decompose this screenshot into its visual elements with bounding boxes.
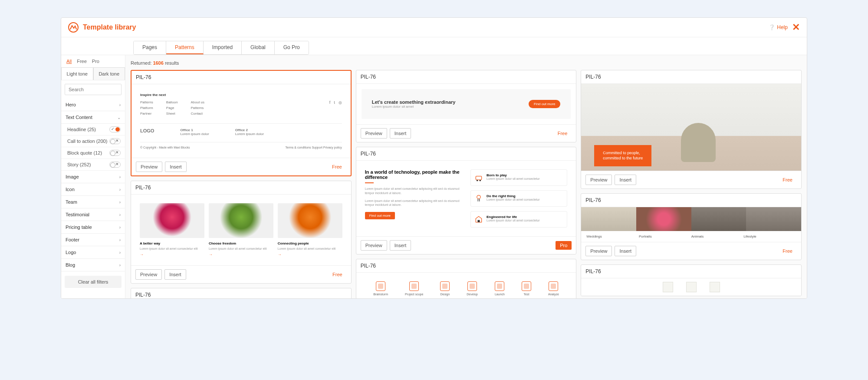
svg-point-4	[477, 195, 480, 199]
modal-header: Template library ❔ Help ✕	[61, 18, 807, 37]
brand-logo-icon	[68, 22, 79, 33]
cat-footer[interactable]: Footer›	[61, 234, 125, 246]
insert-button[interactable]: Insert	[615, 246, 636, 256]
card-preview: Inspire the next PatternsPlatformPartner…	[132, 84, 351, 158]
cat-blog[interactable]: Blog›	[61, 259, 125, 271]
tab-imported[interactable]: Imported	[204, 41, 242, 54]
facebook-icon: f	[329, 100, 331, 117]
tone-light[interactable]: Light tone	[61, 67, 93, 80]
cat-testimonial[interactable]: Testimonial›	[61, 208, 125, 221]
template-card[interactable]: PIL-76 Let's create something extraordin…	[356, 70, 577, 142]
insert-button[interactable]: Insert	[390, 128, 411, 139]
clear-filters-button[interactable]: Clear all filters	[65, 276, 122, 288]
card-title: PIL-76	[131, 181, 351, 195]
template-card[interactable]: PIL-76	[581, 264, 802, 296]
svg-rect-5	[478, 220, 480, 222]
template-card[interactable]: PIL-76 WeddingsPortraitsAnimalsLifestyle…	[581, 193, 802, 260]
cat-image[interactable]: Image›	[61, 171, 125, 183]
svg-point-2	[477, 180, 478, 181]
cat-text-content[interactable]: Text Content⌄	[61, 111, 125, 124]
preview-button[interactable]: Preview	[585, 246, 612, 256]
process-icon	[409, 281, 419, 291]
cat-hero[interactable]: Hero›	[61, 99, 125, 111]
card-preview: Brainstorm Project scope Design Develop …	[356, 273, 576, 298]
insert-button[interactable]: Insert	[390, 240, 411, 251]
cat-pricing[interactable]: Pricing table›	[61, 221, 125, 234]
cat-logo[interactable]: Logo›	[61, 246, 125, 259]
chevron-down-icon: ⌄	[117, 115, 121, 120]
filter-all[interactable]: All	[66, 59, 72, 64]
sub-cta[interactable]: Call to action (200)	[61, 135, 125, 147]
card-preview	[581, 278, 801, 296]
preview-button[interactable]: Preview	[136, 162, 162, 172]
badge-pro: Pro	[556, 241, 572, 250]
template-card[interactable]: PIL-76 Inspire the next PatternsPlatform…	[131, 70, 352, 176]
card-title: PIL-76	[131, 288, 351, 298]
chevron-right-icon: ›	[119, 212, 121, 217]
insert-button[interactable]: Insert	[164, 269, 186, 280]
search-input[interactable]	[65, 84, 122, 95]
preview-button[interactable]: Preview	[361, 240, 387, 251]
process-icon	[440, 281, 450, 291]
chevron-right-icon: ›	[119, 175, 121, 179]
card-preview: A better wayLorem ipsum dolor sit amet c…	[131, 195, 351, 265]
tone-dark[interactable]: Dark tone	[93, 67, 125, 80]
process-icon	[376, 281, 385, 291]
sub-story[interactable]: Story (252)	[61, 159, 125, 171]
card-preview: Let's create something extraordinaryLore…	[356, 89, 576, 119]
badge-free: Free	[553, 129, 572, 138]
chevron-right-icon: ›	[119, 263, 121, 268]
card-title: PIL-76	[356, 147, 576, 161]
main-tabs-row: Pages Patterns Imported Global Go Pro	[61, 37, 807, 55]
card-title: PIL-76	[132, 71, 351, 84]
insert-button[interactable]: Insert	[615, 175, 636, 185]
badge-free: Free	[328, 162, 346, 171]
filter-pro[interactable]: Pro	[92, 59, 99, 64]
process-icon	[549, 281, 558, 291]
template-card[interactable]: PIL-76 A better wayLorem ipsum dolor sit…	[131, 181, 352, 284]
toggle-story[interactable]	[109, 162, 121, 168]
process-icon	[495, 281, 504, 291]
chevron-right-icon: ›	[119, 102, 121, 107]
sub-headline[interactable]: Headline (25)	[61, 124, 125, 135]
tab-go-pro[interactable]: Go Pro	[275, 41, 309, 54]
template-card[interactable]: PIL-76 Brainstorm Project scope Design D…	[356, 259, 577, 298]
sub-block-quote[interactable]: Block quote (12)	[61, 147, 125, 159]
chevron-right-icon: ›	[119, 238, 121, 242]
chevron-right-icon: ›	[119, 225, 121, 230]
card-title: PIL-76	[356, 70, 576, 84]
tab-patterns[interactable]: Patterns	[166, 41, 204, 54]
template-card[interactable]: PIL-76 In a world of technology, people …	[356, 147, 577, 254]
tab-pages[interactable]: Pages	[134, 41, 166, 54]
toggle-block-quote[interactable]	[109, 150, 121, 156]
template-card[interactable]: PIL-76	[131, 288, 352, 298]
card-preview: Committed to people,committed to the fut…	[581, 84, 801, 171]
results-content: Returned: 1606 results PIL-76 Inspire th…	[125, 55, 807, 298]
help-link[interactable]: ❔ Help	[769, 24, 788, 30]
toggle-headline[interactable]	[109, 126, 121, 132]
cat-team[interactable]: Team›	[61, 196, 125, 208]
badge-free: Free	[328, 270, 347, 279]
tab-global[interactable]: Global	[242, 41, 275, 54]
preview-button[interactable]: Preview	[585, 175, 612, 185]
preview-button[interactable]: Preview	[135, 269, 162, 280]
filter-free[interactable]: Free	[77, 59, 87, 64]
card-title: PIL-76	[581, 265, 801, 278]
chevron-right-icon: ›	[119, 187, 121, 192]
main-tabs: Pages Patterns Imported Global Go Pro	[133, 41, 309, 55]
badge-free: Free	[778, 175, 797, 184]
svg-rect-1	[476, 176, 481, 180]
card-title: PIL-76	[581, 70, 801, 84]
card-title: PIL-76	[356, 259, 576, 273]
close-button[interactable]: ✕	[792, 23, 800, 32]
preview-button[interactable]: Preview	[361, 128, 387, 139]
insert-button[interactable]: Insert	[165, 162, 187, 172]
badge-free: Free	[778, 247, 797, 255]
cat-icon[interactable]: Icon›	[61, 183, 125, 196]
toggle-cta[interactable]	[109, 138, 121, 144]
template-card[interactable]: PIL-76 Committed to people,committed to …	[581, 70, 802, 189]
twitter-icon: t	[334, 100, 335, 117]
card-title: PIL-76	[581, 194, 801, 207]
help-label: Help	[777, 24, 788, 30]
sidebar: All Free Pro Light tone Dark tone Hero› …	[61, 55, 125, 298]
